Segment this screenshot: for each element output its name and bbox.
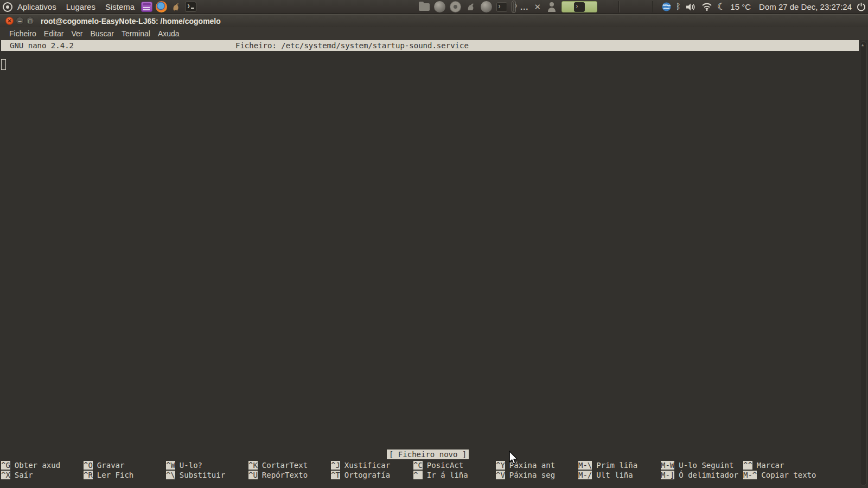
shortcut-uncut[interactable]: ^URepórTexto	[248, 470, 308, 480]
distributor-logo-icon[interactable]	[3, 2, 12, 12]
window-title: root@cogomelo-EasyNote-LJ65: /home/cogom…	[41, 15, 221, 28]
shortcut-help[interactable]: ^GObter axud	[1, 460, 60, 470]
weather-moon-icon[interactable]: ☾	[717, 0, 725, 14]
menu-editar[interactable]: Editar	[40, 27, 68, 40]
text-cursor	[1, 59, 6, 70]
shortcut-whereis[interactable]: ^WU-lo?	[166, 460, 202, 470]
menu-lugares[interactable]: Lugares	[61, 0, 100, 14]
shortcut-spell[interactable]: ^TOrtografía	[331, 470, 390, 480]
gnu-mascot-icon[interactable]	[170, 2, 182, 12]
app-window-icon-2[interactable]	[450, 1, 461, 12]
person-window-icon[interactable]	[546, 1, 557, 12]
menu-sistema[interactable]: Sistema	[100, 0, 139, 14]
menu-aplicativos[interactable]: Aplicativos	[12, 0, 61, 14]
terminal-window-icon-2[interactable]	[512, 1, 516, 13]
mouse-pointer	[508, 451, 519, 465]
shortcut-replace[interactable]: ^\Substituir	[166, 470, 225, 480]
shortcut-mark[interactable]: ^^Marcar	[743, 460, 784, 470]
scrollbar[interactable]	[860, 41, 867, 486]
shortcut-whereis-next[interactable]: M-WU-lo Seguint	[661, 460, 733, 470]
top-panel: Aplicativos Lugares Sistema ... ✕	[0, 0, 868, 14]
window-overflow-dots[interactable]: ...	[520, 0, 529, 14]
menu-buscar[interactable]: Buscar	[86, 27, 118, 40]
shortcut-prev-page[interactable]: ^YPáxina ant	[496, 460, 555, 470]
clock-label[interactable]: Dom 27 de Dec, 23:27:24	[759, 2, 852, 11]
shortcut-goto-line[interactable]: ^_Ir á liña	[413, 470, 468, 480]
nano-status-message: [ Ficheiro novo ]	[387, 450, 469, 459]
terminal-menubar: Ficheiro Editar Ver Buscar Terminal Axud…	[0, 27, 868, 40]
shortcut-cut-text[interactable]: ^KCortarText	[248, 460, 308, 470]
app-window-icon-1[interactable]	[434, 1, 445, 12]
power-icon[interactable]	[857, 2, 866, 11]
nano-shortcuts-row1: ^GObter axud ^OGravar ^WU-lo? ^KCortarTe…	[1, 460, 867, 470]
nano-titlebar: GNU nano 2.4.2 Ficheiro: /etc/systemd/sy…	[1, 40, 859, 51]
shortcut-cursor-pos[interactable]: ^CPosicAct	[413, 460, 463, 470]
menu-ficheiro[interactable]: Ficheiro	[5, 27, 40, 40]
system-tray: ᛒ ☾ 15 °C Dom 27 de Dec, 23:27:24	[662, 0, 866, 14]
active-terminal-task-button[interactable]	[561, 1, 597, 12]
bluetooth-icon[interactable]: ᛒ	[676, 0, 681, 14]
panel-separator	[652, 1, 653, 12]
shortcut-justify[interactable]: ^JXustificar	[331, 460, 390, 470]
panel-left-group: Aplicativos Lugares Sistema	[3, 0, 198, 14]
shortcut-first-line[interactable]: M-\Prim liña	[578, 460, 637, 470]
firefox-icon[interactable]	[156, 1, 167, 12]
nano-filename-label: Ficheiro: /etc/systemd/system/startup-so…	[235, 40, 469, 51]
window-list: ... ✕	[417, 0, 599, 14]
shortcut-to-bracket[interactable]: M-]Ó delimitador	[661, 470, 738, 480]
active-terminal-icon	[574, 2, 585, 12]
software-center-icon[interactable]	[141, 2, 152, 12]
temperature-label[interactable]: 15 °C	[730, 2, 751, 11]
shortcut-last-line[interactable]: M-/Ult liña	[578, 470, 633, 480]
terminal-launcher-icon[interactable]	[185, 2, 196, 12]
maximize-button[interactable]	[26, 17, 34, 25]
volume-icon[interactable]	[686, 3, 697, 11]
minimize-button[interactable]	[16, 17, 24, 25]
terminal-content[interactable]: GNU nano 2.4.2 Ficheiro: /etc/systemd/sy…	[0, 40, 868, 488]
shortcut-read-file[interactable]: ^RLer Fich	[84, 470, 133, 480]
terminal-glyph-icon	[513, 2, 514, 12]
terminal-titlebar[interactable]: root@cogomelo-EasyNote-LJ65: /home/cogom…	[0, 14, 868, 27]
menu-terminal[interactable]: Terminal	[118, 27, 154, 40]
file-manager-window-icon[interactable]	[419, 3, 430, 11]
wifi-icon[interactable]	[701, 3, 712, 11]
shortcut-writeout[interactable]: ^OGravar	[84, 460, 124, 470]
network-globe-icon[interactable]	[662, 2, 671, 11]
close-button[interactable]	[5, 17, 14, 25]
desktop-screen: Aplicativos Lugares Sistema ... ✕	[0, 0, 868, 488]
panel-separator	[618, 1, 619, 12]
globe-window-icon[interactable]	[481, 1, 492, 12]
shortcut-next-page[interactable]: ^VPáxina seg	[496, 470, 555, 480]
nano-version-label: GNU nano 2.4.2	[10, 40, 74, 51]
shortcut-exit[interactable]: ^XSaír	[1, 470, 33, 480]
menu-ver[interactable]: Ver	[67, 27, 86, 40]
window-close-glyph[interactable]: ✕	[533, 0, 542, 14]
terminal-window-icon-1[interactable]	[496, 2, 507, 12]
nano-shortcuts-row2: ^XSaír ^RLer Fich ^\Substituir ^URepórTe…	[1, 470, 867, 480]
mascot-window-icon[interactable]	[465, 2, 476, 12]
menu-axuda[interactable]: Axuda	[154, 27, 183, 40]
shortcut-copy-text[interactable]: M-^Copiar texto	[743, 470, 816, 480]
